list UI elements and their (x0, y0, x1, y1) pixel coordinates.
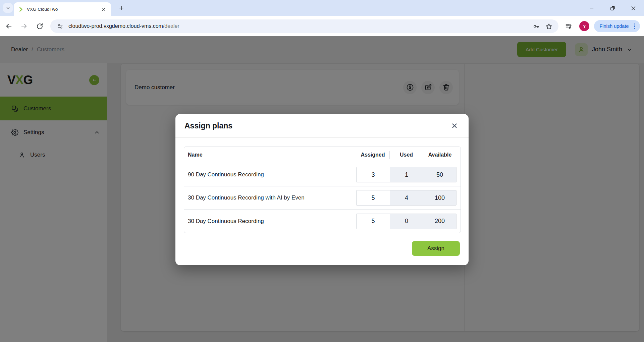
plan-name: 90 Day Continuous Recording (184, 171, 356, 178)
url-path: /dealer (163, 23, 179, 29)
plan-values: 4 100 (356, 190, 457, 206)
close-window-icon[interactable] (628, 3, 639, 13)
column-header-used: Used (390, 152, 423, 158)
close-icon (451, 122, 458, 129)
plus-icon (118, 5, 124, 11)
modal-title: Assign plans (184, 121, 232, 130)
vxg-favicon-icon (18, 7, 23, 12)
assign-button[interactable]: Assign (412, 241, 460, 256)
media-controls-icon[interactable] (562, 20, 575, 32)
available-value: 50 (423, 167, 456, 182)
assigned-input[interactable] (357, 214, 390, 229)
column-header-assigned: Assigned (356, 152, 389, 158)
modal-header: Assign plans (175, 114, 469, 138)
finish-update-label: Finish update (599, 23, 629, 29)
refresh-icon[interactable] (33, 19, 46, 33)
assigned-input[interactable] (357, 190, 390, 205)
back-icon[interactable] (2, 19, 15, 33)
tab-close-icon[interactable] (100, 5, 108, 13)
plan-values: 1 50 (356, 167, 457, 182)
site-settings-icon[interactable] (56, 22, 64, 31)
column-header-name: Name (184, 152, 356, 158)
available-value: 100 (423, 190, 456, 205)
restore-icon[interactable] (607, 3, 618, 13)
browser-window: VXG CloudTwo (0, 0, 644, 342)
assigned-input[interactable] (357, 167, 390, 182)
plan-name: 30 Day Continuous Recording with AI by E… (184, 194, 356, 201)
chevron-down-icon (6, 6, 10, 10)
plans-table-header: Name Assigned Used Available (184, 147, 461, 163)
available-value: 200 (423, 214, 456, 229)
tab-search-button[interactable] (3, 3, 13, 13)
browser-menu-kebab-icon[interactable] (633, 22, 637, 31)
forward-icon[interactable] (17, 19, 31, 33)
plan-row: 90 Day Continuous Recording 1 50 (184, 163, 461, 186)
page-viewport: Dealer / Customers Add Customer John Smi… (0, 36, 644, 342)
used-value: 4 (390, 190, 423, 205)
address-bar[interactable]: cloudtwo-prod.vxgdemo.cloud-vms.com/deal… (50, 19, 558, 33)
used-value: 0 (390, 214, 423, 229)
browser-toolbar: cloudtwo-prod.vxgdemo.cloud-vms.com/deal… (0, 16, 644, 36)
browser-tab-active[interactable]: VXG CloudTwo (14, 2, 111, 16)
modal-body: Name Assigned Used Available 90 Day Cont… (175, 138, 469, 233)
url-host: cloudtwo-prod.vxgdemo.cloud-vms.com (68, 23, 163, 29)
minimize-icon[interactable] (586, 3, 597, 13)
used-value: 1 (390, 167, 423, 182)
modal-footer: Assign (175, 241, 469, 265)
plans-table: Name Assigned Used Available 90 Day Cont… (184, 147, 461, 233)
bookmark-star-icon[interactable] (544, 22, 553, 31)
password-key-icon[interactable] (532, 22, 540, 31)
window-controls (586, 3, 639, 13)
assign-plans-modal: Assign plans Name Assigned Used Availab (175, 114, 469, 265)
plan-row: 30 Day Continuous Recording 0 200 (184, 210, 461, 233)
plan-values: 0 200 (356, 214, 457, 229)
modal-close-button[interactable] (449, 121, 460, 131)
tab-strip: VXG CloudTwo (0, 0, 644, 16)
browser-profile-avatar[interactable]: Y (579, 21, 589, 31)
new-tab-button[interactable] (117, 4, 125, 12)
column-header-available: Available (423, 152, 457, 158)
finish-update-button[interactable]: Finish update (594, 20, 640, 32)
tab-title: VXG CloudTwo (27, 7, 96, 12)
url-text: cloudtwo-prod.vxgdemo.cloud-vms.com/deal… (68, 23, 179, 29)
plan-name: 30 Day Continuous Recording (184, 218, 356, 225)
plan-row: 30 Day Continuous Recording with AI by E… (184, 186, 461, 210)
